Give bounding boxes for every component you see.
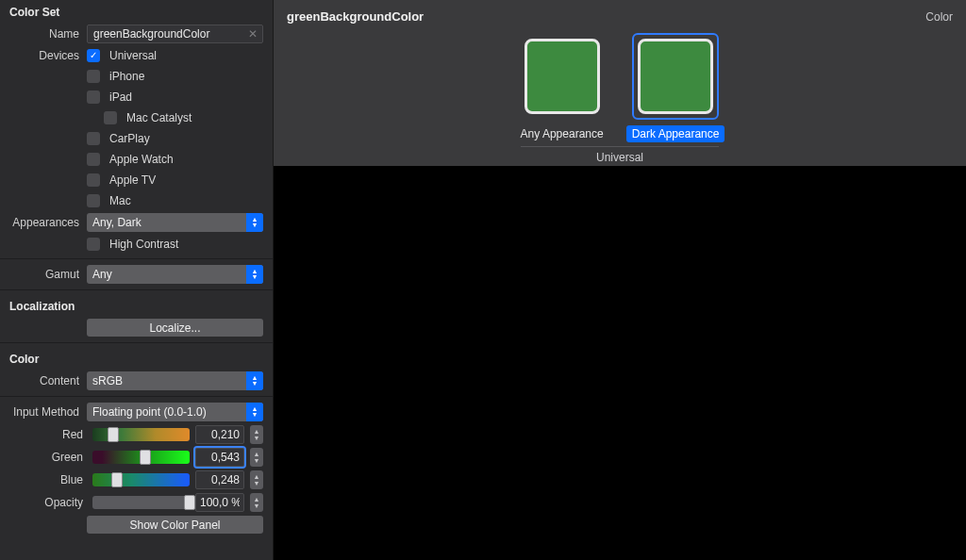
- label-blue: Blue: [9, 473, 87, 486]
- blue-stepper[interactable]: ▲▼: [250, 470, 263, 489]
- label-red: Red: [9, 428, 87, 441]
- slider-row-green: Green▲▼: [0, 446, 273, 469]
- slider-row-red: Red▲▼: [0, 423, 273, 446]
- device-checkbox[interactable]: [87, 91, 100, 104]
- high-contrast-label: High Contrast: [109, 238, 178, 251]
- device-label: Mac Catalyst: [126, 111, 192, 124]
- divider: [0, 258, 273, 259]
- slider-thumb[interactable]: [111, 472, 123, 487]
- main-area: greenBackgroundColor Color Any Appearanc…: [274, 0, 966, 560]
- device-label: iPad: [109, 91, 132, 104]
- swatch-label[interactable]: Any Appearance: [515, 125, 609, 142]
- device-checkbox[interactable]: [87, 153, 100, 166]
- input-method-select[interactable]: Floating point (0.0-1.0) ▲▼: [87, 403, 263, 421]
- device-checkbox[interactable]: [87, 194, 100, 207]
- color-swatch[interactable]: [638, 39, 713, 114]
- name-input[interactable]: [87, 25, 263, 43]
- swatch-row: Any AppearanceDark Appearance: [287, 33, 953, 142]
- section-header-color-set: Color Set: [0, 0, 273, 23]
- device-checkbox[interactable]: [87, 70, 100, 83]
- device-checkbox[interactable]: [104, 111, 117, 124]
- row-device: Apple Watch: [0, 149, 273, 170]
- device-label: Universal: [109, 49, 157, 62]
- group-label: Universal: [287, 151, 953, 164]
- red-slider[interactable]: [92, 428, 190, 441]
- swatch-column: Any Appearance: [515, 33, 609, 142]
- row-device: iPhone: [0, 66, 273, 87]
- label-name: Name: [9, 27, 87, 41]
- label-appearances: Appearances: [9, 216, 87, 229]
- device-label: Apple TV: [109, 173, 156, 187]
- row-device: iPad: [0, 87, 273, 107]
- opacity-stepper[interactable]: ▲▼: [250, 493, 263, 512]
- divider: [0, 396, 273, 397]
- opacity-value-input[interactable]: [195, 493, 244, 512]
- chevron-updown-icon: ▲▼: [246, 371, 263, 390]
- slider-thumb[interactable]: [108, 427, 119, 442]
- device-checkbox[interactable]: [87, 173, 100, 187]
- device-label: iPhone: [109, 70, 144, 83]
- red-stepper[interactable]: ▲▼: [250, 425, 263, 444]
- section-header-localization: Localization: [0, 294, 273, 317]
- preview-header: greenBackgroundColor Color: [287, 9, 953, 24]
- label-opacity: Opacity: [9, 496, 87, 509]
- row-input-method: Input Method Floating point (0.0-1.0) ▲▼: [0, 401, 273, 423]
- slider-thumb[interactable]: [140, 450, 151, 465]
- chevron-updown-icon: ▲▼: [246, 403, 263, 421]
- color-swatch[interactable]: [525, 39, 600, 114]
- asset-title: greenBackgroundColor: [287, 9, 424, 24]
- group-divider: [521, 146, 719, 147]
- localize-button[interactable]: Localize...: [87, 319, 263, 337]
- row-localize: Localize...: [0, 317, 273, 338]
- device-checkbox[interactable]: [87, 49, 100, 62]
- row-content: Content sRGB ▲▼: [0, 370, 273, 392]
- label-devices: Devices: [9, 49, 87, 62]
- row-show-color-panel: Show Color Panel: [0, 514, 273, 535]
- input-method-value: Floating point (0.0-1.0): [92, 405, 207, 419]
- slider-thumb[interactable]: [184, 495, 195, 510]
- green-stepper[interactable]: ▲▼: [250, 448, 263, 467]
- green-slider[interactable]: [92, 451, 190, 464]
- swatch-label[interactable]: Dark Appearance: [626, 125, 725, 142]
- divider: [0, 342, 273, 343]
- show-color-panel-button[interactable]: Show Color Panel: [87, 516, 263, 534]
- opacity-slider[interactable]: [92, 496, 190, 509]
- row-device: Mac Catalyst: [0, 107, 273, 128]
- swatch-frame: [519, 33, 606, 120]
- preview-area: greenBackgroundColor Color Any Appearanc…: [274, 0, 966, 166]
- appearances-value: Any, Dark: [92, 216, 142, 229]
- inspector-sidebar: Color Set Name ✕ DevicesUniversaliPhonei…: [0, 0, 274, 560]
- label-content: Content: [9, 374, 87, 387]
- asset-type: Color: [925, 10, 953, 24]
- slider-row-blue: Blue▲▼: [0, 469, 273, 491]
- canvas-empty-area: [274, 166, 966, 560]
- row-device: Apple TV: [0, 170, 273, 190]
- label-green: Green: [9, 451, 87, 464]
- label-input-method: Input Method: [9, 405, 87, 419]
- row-device: DevicesUniversal: [0, 45, 273, 66]
- slider-row-opacity: Opacity▲▼: [0, 491, 273, 514]
- green-value-input[interactable]: [195, 448, 244, 467]
- chevron-updown-icon: ▲▼: [246, 213, 263, 232]
- section-header-color: Color: [0, 347, 273, 370]
- content-value: sRGB: [92, 374, 123, 387]
- blue-slider[interactable]: [92, 473, 190, 486]
- appearances-select[interactable]: Any, Dark ▲▼: [87, 213, 263, 232]
- device-label: Apple Watch: [109, 153, 174, 166]
- device-checkbox[interactable]: [87, 132, 100, 145]
- content-select[interactable]: sRGB ▲▼: [87, 371, 263, 390]
- chevron-updown-icon: ▲▼: [246, 265, 263, 284]
- row-name: Name ✕: [0, 23, 273, 45]
- row-gamut: Gamut Any ▲▼: [0, 263, 273, 286]
- row-device: Mac: [0, 190, 273, 211]
- gamut-select[interactable]: Any ▲▼: [87, 265, 263, 284]
- clear-icon[interactable]: ✕: [246, 27, 259, 41]
- blue-value-input[interactable]: [195, 470, 244, 489]
- label-gamut: Gamut: [9, 268, 87, 281]
- high-contrast-checkbox[interactable]: [87, 238, 100, 251]
- device-label: Mac: [109, 194, 131, 207]
- swatch-column: Dark Appearance: [626, 33, 725, 142]
- row-appearances: Appearances Any, Dark ▲▼: [0, 211, 273, 234]
- red-value-input[interactable]: [195, 425, 244, 444]
- gamut-value: Any: [92, 268, 112, 281]
